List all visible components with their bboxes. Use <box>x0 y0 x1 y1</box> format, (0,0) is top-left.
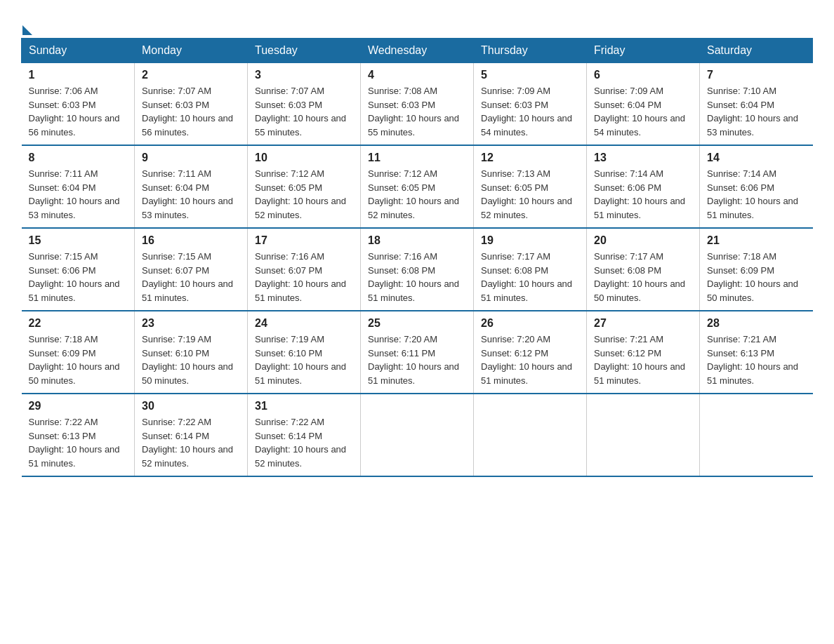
day-info: Sunrise: 7:12 AMSunset: 6:05 PMDaylight:… <box>255 167 353 222</box>
calendar-cell: 4Sunrise: 7:08 AMSunset: 6:03 PMDaylight… <box>361 63 474 146</box>
day-info: Sunrise: 7:07 AMSunset: 6:03 PMDaylight:… <box>255 84 353 139</box>
day-info: Sunrise: 7:09 AMSunset: 6:03 PMDaylight:… <box>481 84 579 139</box>
calendar-cell <box>474 394 587 476</box>
day-number: 6 <box>594 69 692 81</box>
day-number: 17 <box>255 234 353 247</box>
day-number: 25 <box>368 317 466 330</box>
header-day-thursday: Thursday <box>474 39 587 63</box>
header-day-friday: Friday <box>587 39 700 63</box>
day-info: Sunrise: 7:20 AMSunset: 6:11 PMDaylight:… <box>368 333 466 387</box>
day-number: 1 <box>29 69 128 81</box>
calendar-cell <box>700 394 813 476</box>
day-info: Sunrise: 7:11 AMSunset: 6:04 PMDaylight:… <box>142 167 240 222</box>
calendar-cell: 9Sunrise: 7:11 AMSunset: 6:04 PMDaylight… <box>135 145 248 228</box>
day-number: 7 <box>707 69 806 81</box>
calendar-cell: 8Sunrise: 7:11 AMSunset: 6:04 PMDaylight… <box>22 145 135 228</box>
calendar-cell: 6Sunrise: 7:09 AMSunset: 6:04 PMDaylight… <box>587 63 700 146</box>
day-info: Sunrise: 7:17 AMSunset: 6:08 PMDaylight:… <box>594 250 692 304</box>
day-info: Sunrise: 7:16 AMSunset: 6:08 PMDaylight:… <box>368 250 466 304</box>
calendar-cell <box>587 394 700 476</box>
day-number: 12 <box>481 152 579 164</box>
calendar-cell: 7Sunrise: 7:10 AMSunset: 6:04 PMDaylight… <box>700 63 813 146</box>
calendar-cell: 23Sunrise: 7:19 AMSunset: 6:10 PMDayligh… <box>135 311 248 394</box>
day-info: Sunrise: 7:19 AMSunset: 6:10 PMDaylight:… <box>255 333 353 387</box>
day-number: 5 <box>481 69 579 81</box>
calendar-cell: 5Sunrise: 7:09 AMSunset: 6:03 PMDaylight… <box>474 63 587 146</box>
day-info: Sunrise: 7:06 AMSunset: 6:03 PMDaylight:… <box>29 84 128 139</box>
calendar-cell: 1Sunrise: 7:06 AMSunset: 6:03 PMDaylight… <box>22 63 135 146</box>
day-number: 8 <box>29 152 128 164</box>
calendar-cell: 17Sunrise: 7:16 AMSunset: 6:07 PMDayligh… <box>248 228 361 311</box>
calendar-cell: 27Sunrise: 7:21 AMSunset: 6:12 PMDayligh… <box>587 311 700 394</box>
calendar-cell: 2Sunrise: 7:07 AMSunset: 6:03 PMDaylight… <box>135 63 248 146</box>
day-info: Sunrise: 7:22 AMSunset: 6:14 PMDaylight:… <box>142 415 240 470</box>
calendar-cell: 24Sunrise: 7:19 AMSunset: 6:10 PMDayligh… <box>248 311 361 394</box>
day-info: Sunrise: 7:07 AMSunset: 6:03 PMDaylight:… <box>142 84 240 139</box>
day-number: 14 <box>707 152 806 164</box>
calendar-cell: 31Sunrise: 7:22 AMSunset: 6:14 PMDayligh… <box>248 394 361 476</box>
day-number: 18 <box>368 234 466 247</box>
day-info: Sunrise: 7:12 AMSunset: 6:05 PMDaylight:… <box>368 167 466 222</box>
day-number: 20 <box>594 234 692 247</box>
day-info: Sunrise: 7:10 AMSunset: 6:04 PMDaylight:… <box>707 84 806 139</box>
day-number: 28 <box>707 317 806 330</box>
calendar-week-row: 8Sunrise: 7:11 AMSunset: 6:04 PMDaylight… <box>22 145 813 228</box>
day-number: 2 <box>142 69 240 81</box>
day-info: Sunrise: 7:13 AMSunset: 6:05 PMDaylight:… <box>481 167 579 222</box>
day-info: Sunrise: 7:15 AMSunset: 6:07 PMDaylight:… <box>142 250 240 304</box>
calendar-cell: 12Sunrise: 7:13 AMSunset: 6:05 PMDayligh… <box>474 145 587 228</box>
day-number: 15 <box>29 234 128 247</box>
day-info: Sunrise: 7:18 AMSunset: 6:09 PMDaylight:… <box>29 333 128 387</box>
calendar-cell: 15Sunrise: 7:15 AMSunset: 6:06 PMDayligh… <box>22 228 135 311</box>
logo-triangle-icon <box>22 25 32 35</box>
calendar-cell: 19Sunrise: 7:17 AMSunset: 6:08 PMDayligh… <box>474 228 587 311</box>
calendar-week-row: 29Sunrise: 7:22 AMSunset: 6:13 PMDayligh… <box>22 394 813 476</box>
day-number: 31 <box>255 400 353 412</box>
calendar-cell: 25Sunrise: 7:20 AMSunset: 6:11 PMDayligh… <box>361 311 474 394</box>
day-info: Sunrise: 7:19 AMSunset: 6:10 PMDaylight:… <box>142 333 240 387</box>
header-day-wednesday: Wednesday <box>361 39 474 63</box>
day-number: 10 <box>255 152 353 164</box>
calendar-cell: 11Sunrise: 7:12 AMSunset: 6:05 PMDayligh… <box>361 145 474 228</box>
calendar-week-row: 15Sunrise: 7:15 AMSunset: 6:06 PMDayligh… <box>22 228 813 311</box>
day-info: Sunrise: 7:22 AMSunset: 6:14 PMDaylight:… <box>255 415 353 470</box>
day-number: 13 <box>594 152 692 164</box>
day-info: Sunrise: 7:20 AMSunset: 6:12 PMDaylight:… <box>481 333 579 387</box>
calendar-header-row: SundayMondayTuesdayWednesdayThursdayFrid… <box>22 39 813 63</box>
header-day-monday: Monday <box>135 39 248 63</box>
day-number: 4 <box>368 69 466 81</box>
header <box>21 14 813 32</box>
calendar-cell: 26Sunrise: 7:20 AMSunset: 6:12 PMDayligh… <box>474 311 587 394</box>
day-info: Sunrise: 7:11 AMSunset: 6:04 PMDaylight:… <box>29 167 128 222</box>
day-info: Sunrise: 7:09 AMSunset: 6:04 PMDaylight:… <box>594 84 692 139</box>
calendar-table: SundayMondayTuesdayWednesdayThursdayFrid… <box>21 38 813 477</box>
day-info: Sunrise: 7:08 AMSunset: 6:03 PMDaylight:… <box>368 84 466 139</box>
calendar-cell <box>361 394 474 476</box>
day-info: Sunrise: 7:15 AMSunset: 6:06 PMDaylight:… <box>29 250 128 304</box>
day-info: Sunrise: 7:21 AMSunset: 6:13 PMDaylight:… <box>707 333 806 387</box>
day-number: 27 <box>594 317 692 330</box>
header-day-saturday: Saturday <box>700 39 813 63</box>
day-number: 29 <box>29 400 128 412</box>
calendar-cell: 30Sunrise: 7:22 AMSunset: 6:14 PMDayligh… <box>135 394 248 476</box>
calendar-week-row: 22Sunrise: 7:18 AMSunset: 6:09 PMDayligh… <box>22 311 813 394</box>
day-number: 23 <box>142 317 240 330</box>
logo <box>21 21 32 32</box>
day-info: Sunrise: 7:18 AMSunset: 6:09 PMDaylight:… <box>707 250 806 304</box>
calendar-cell: 21Sunrise: 7:18 AMSunset: 6:09 PMDayligh… <box>700 228 813 311</box>
header-day-tuesday: Tuesday <box>248 39 361 63</box>
calendar-cell: 10Sunrise: 7:12 AMSunset: 6:05 PMDayligh… <box>248 145 361 228</box>
day-info: Sunrise: 7:22 AMSunset: 6:13 PMDaylight:… <box>29 415 128 470</box>
day-info: Sunrise: 7:14 AMSunset: 6:06 PMDaylight:… <box>707 167 806 222</box>
calendar-cell: 22Sunrise: 7:18 AMSunset: 6:09 PMDayligh… <box>22 311 135 394</box>
calendar-cell: 3Sunrise: 7:07 AMSunset: 6:03 PMDaylight… <box>248 63 361 146</box>
day-number: 24 <box>255 317 353 330</box>
calendar-cell: 20Sunrise: 7:17 AMSunset: 6:08 PMDayligh… <box>587 228 700 311</box>
calendar-cell: 13Sunrise: 7:14 AMSunset: 6:06 PMDayligh… <box>587 145 700 228</box>
day-number: 11 <box>368 152 466 164</box>
day-info: Sunrise: 7:14 AMSunset: 6:06 PMDaylight:… <box>594 167 692 222</box>
day-number: 22 <box>29 317 128 330</box>
header-day-sunday: Sunday <box>22 39 135 63</box>
day-number: 19 <box>481 234 579 247</box>
day-number: 26 <box>481 317 579 330</box>
